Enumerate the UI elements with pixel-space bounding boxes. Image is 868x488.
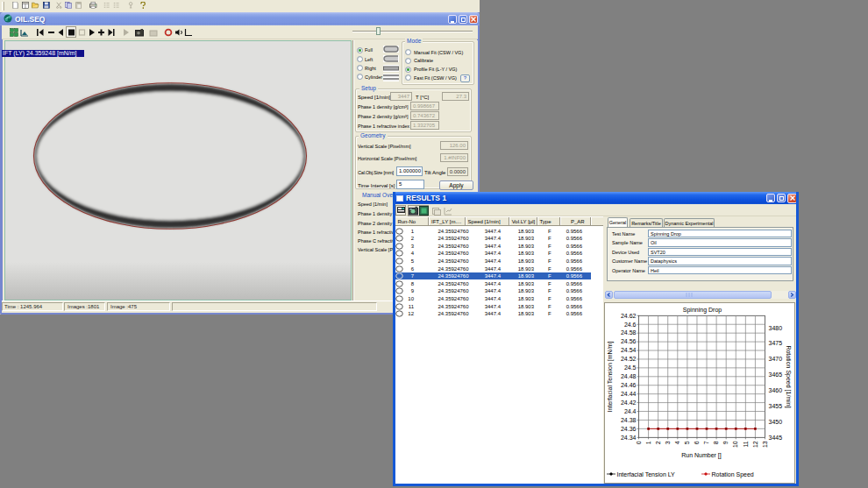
svg-text:Run Number []: Run Number [] [681, 452, 722, 459]
svg-text:3455: 3455 [769, 402, 783, 408]
svg-text:24.52: 24.52 [621, 356, 637, 362]
svg-text:6: 6 [694, 441, 700, 444]
svg-text:24.4: 24.4 [624, 407, 637, 414]
svg-text:24.34: 24.34 [621, 434, 637, 440]
svg-text:3445: 3445 [769, 434, 783, 440]
svg-text:8: 8 [713, 441, 719, 444]
svg-text:3450: 3450 [769, 418, 783, 424]
svg-text:24.54: 24.54 [621, 347, 637, 353]
svg-text:4: 4 [674, 441, 680, 444]
svg-text:Interfacial Tension LY: Interfacial Tension LY [617, 470, 676, 477]
svg-text:Interfacial Tension [mN/m]: Interfacial Tension [mN/m] [607, 341, 614, 412]
svg-text:24.48: 24.48 [621, 373, 637, 379]
svg-text:Spinning Drop: Spinning Drop [683, 307, 722, 314]
svg-text:3465: 3465 [769, 371, 783, 378]
svg-text:24.62: 24.62 [621, 312, 637, 318]
svg-text:3460: 3460 [769, 387, 783, 393]
svg-text:24.58: 24.58 [621, 329, 637, 336]
svg-text:24.42: 24.42 [621, 399, 637, 405]
svg-text:24.6: 24.6 [624, 321, 637, 327]
svg-text:3480: 3480 [769, 324, 783, 330]
svg-text:24.44: 24.44 [621, 390, 637, 396]
svg-text:24.5: 24.5 [624, 364, 637, 371]
svg-text:Rotation Speed [1/min]: Rotation Speed [1/min] [785, 345, 792, 407]
svg-text:12: 12 [752, 441, 758, 448]
svg-text:2: 2 [655, 441, 661, 444]
svg-text:24.46: 24.46 [621, 382, 637, 388]
svg-text:24.38: 24.38 [621, 416, 637, 422]
svg-text:1: 1 [645, 441, 651, 444]
svg-text:3: 3 [665, 441, 671, 444]
svg-text:3475: 3475 [769, 340, 783, 346]
svg-text:24.56: 24.56 [621, 338, 637, 344]
svg-text:Rotation Speed: Rotation Speed [712, 470, 754, 477]
svg-text:13: 13 [762, 441, 768, 448]
svg-text:5: 5 [684, 441, 690, 444]
svg-text:0: 0 [636, 441, 642, 444]
svg-text:10: 10 [732, 441, 738, 448]
svg-text:24.36: 24.36 [621, 425, 637, 431]
svg-text:7: 7 [703, 441, 709, 444]
svg-text:11: 11 [743, 441, 749, 447]
svg-text:9: 9 [722, 441, 729, 444]
svg-text:3470: 3470 [769, 356, 783, 362]
